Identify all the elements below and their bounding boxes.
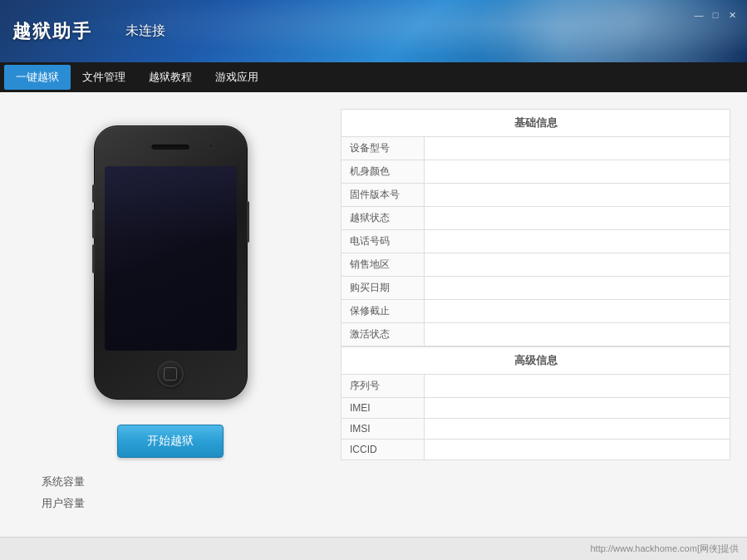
right-panel: 基础信息 设备型号 机身颜色 固件版本号 越狱状态: [341, 109, 730, 520]
side-button-mute: [92, 184, 95, 203]
advanced-info-header: 高级信息: [342, 347, 730, 375]
phone-illustration: [94, 125, 248, 400]
row-label: 固件版本号: [342, 184, 425, 207]
start-jailbreak-button[interactable]: 开始越狱: [117, 425, 224, 458]
advanced-info-table: 高级信息 序列号 IMEI IMSI ICCID: [341, 346, 730, 460]
row-value: [425, 160, 730, 184]
menu-item-files[interactable]: 文件管理: [71, 65, 137, 90]
row-value: [425, 253, 730, 277]
row-value: [425, 440, 730, 460]
capacity-labels: 系统容量 用户容量: [42, 474, 85, 518]
left-panel: 开始越狱 系统容量 用户容量: [17, 109, 324, 520]
table-row: 激活状态: [342, 323, 730, 346]
row-label: 购买日期: [342, 277, 425, 300]
phone-camera: [208, 143, 214, 149]
row-value: [425, 375, 730, 398]
row-label: ICCID: [342, 440, 425, 460]
table-row: 机身颜色: [342, 160, 730, 184]
basic-info-header: 基础信息: [342, 110, 730, 137]
window-controls: — □ ✕: [692, 8, 739, 22]
row-value: [425, 398, 730, 419]
row-label: 序列号: [342, 375, 425, 398]
table-row: IMSI: [342, 419, 730, 440]
row-value: [425, 300, 730, 323]
row-label: 设备型号: [342, 137, 425, 160]
close-button[interactable]: ✕: [725, 8, 739, 22]
maximize-button[interactable]: □: [709, 8, 722, 22]
menu-item-tutorial[interactable]: 越狱教程: [137, 65, 204, 90]
menu-item-jailbreak[interactable]: 一键越狱: [4, 65, 71, 90]
footer-text: http://www.hackhome.com[网侠]提供: [591, 543, 740, 555]
footer: http://www.hackhome.com[网侠]提供: [0, 537, 747, 560]
row-label: 激活状态: [342, 323, 425, 346]
table-row: IMEI: [342, 398, 730, 419]
row-value: [425, 419, 730, 440]
table-row: 固件版本号: [342, 184, 730, 207]
row-label: IMEI: [342, 398, 425, 419]
table-row: 序列号: [342, 375, 730, 398]
title-bar: 越狱助手 未连接 — □ ✕: [0, 0, 747, 62]
menu-item-games[interactable]: 游戏应用: [204, 65, 270, 90]
table-row: 电话号码: [342, 230, 730, 253]
app-name: 越狱助手: [12, 19, 92, 44]
row-value: [425, 277, 730, 300]
row-value: [425, 230, 730, 253]
row-value: [425, 207, 730, 230]
side-button-vol-up: [92, 209, 95, 238]
row-label: IMSI: [342, 419, 425, 440]
user-capacity-label: 用户容量: [42, 496, 85, 511]
row-label: 越狱状态: [342, 207, 425, 230]
connection-status: 未连接: [125, 22, 165, 40]
table-row: 保修截止: [342, 300, 730, 323]
row-value: [425, 184, 730, 207]
table-row: 越狱状态: [342, 207, 730, 230]
phone-screen: [105, 166, 237, 351]
table-row: ICCID: [342, 440, 730, 460]
row-label: 销售地区: [342, 253, 425, 277]
table-row: 购买日期: [342, 277, 730, 300]
row-label: 电话号码: [342, 230, 425, 253]
phone-body: [94, 125, 248, 400]
side-button-vol-down: [92, 244, 95, 273]
phone-speaker: [152, 145, 189, 150]
phone-home-button: [157, 361, 184, 387]
table-row: 设备型号: [342, 137, 730, 160]
row-label: 机身颜色: [342, 160, 425, 184]
row-value: [425, 137, 730, 160]
main-content: 开始越狱 系统容量 用户容量 基础信息 设备型号 机身颜色: [0, 92, 747, 537]
menu-bar: 一键越狱 文件管理 越狱教程 游戏应用: [0, 62, 747, 92]
row-value: [425, 323, 730, 346]
basic-info-table: 基础信息 设备型号 机身颜色 固件版本号 越狱状态: [341, 109, 730, 346]
side-button-power: [247, 201, 249, 243]
system-capacity-label: 系统容量: [42, 474, 85, 489]
minimize-button[interactable]: —: [692, 8, 705, 22]
row-label: 保修截止: [342, 300, 425, 323]
table-row: 销售地区: [342, 253, 730, 277]
